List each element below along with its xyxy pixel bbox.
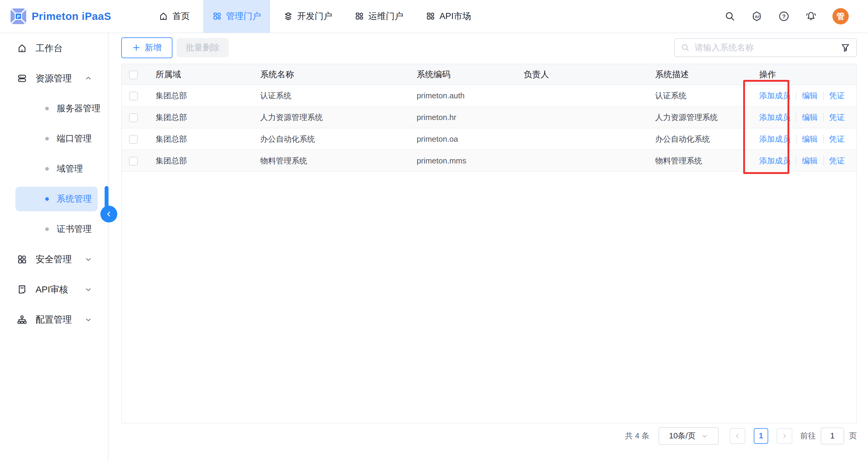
sidebar-item-server-mgmt[interactable]: 服务器管理 — [0, 93, 108, 124]
add-member-link[interactable]: 添加成员 — [759, 112, 790, 123]
credential-link[interactable]: 凭证 — [829, 112, 845, 123]
search-input[interactable]: 请输入系统名称 — [674, 38, 857, 57]
row-checkbox[interactable] — [129, 113, 138, 122]
batch-delete-button[interactable]: 批量删除 — [177, 38, 228, 57]
bullet-dot-icon — [45, 197, 49, 201]
sidebar-item-label: 安全管理 — [36, 253, 72, 266]
next-page-button[interactable] — [777, 428, 792, 444]
cell-owner — [517, 106, 648, 128]
cell-domain: 集团总部 — [148, 150, 253, 172]
credential-link[interactable]: 凭证 — [829, 156, 845, 166]
nav-api-market-label: API市场 — [440, 10, 471, 22]
divider — [796, 134, 797, 144]
sidebar-item-api-review[interactable]: API审核 — [0, 274, 108, 305]
cell-description: 认证系统 — [648, 85, 752, 106]
cell-description: 办公自动化系统 — [648, 128, 752, 150]
top-nav: 首页 管理门户 开发门户 运维门户 API市场 — [148, 0, 483, 33]
brand-logo-icon: P — [10, 8, 27, 25]
column-header-actions: 操作 — [752, 64, 856, 85]
server-icon — [17, 73, 27, 84]
page-size-value: 10条/页 — [669, 431, 695, 441]
home-icon — [159, 11, 168, 21]
chevron-down-icon — [85, 285, 92, 294]
cell-owner — [517, 128, 648, 150]
ai-assistant-icon[interactable]: AI — [751, 10, 763, 22]
sidebar-item-system-mgmt[interactable]: 系统管理 — [16, 187, 98, 211]
row-actions: 添加成员 编辑 凭证 — [759, 156, 856, 166]
nav-admin-portal[interactable]: 管理门户 — [203, 0, 270, 33]
pagination: 共 4 条 10条/页 1 前往 1 页 — [121, 423, 857, 448]
select-all-checkbox[interactable] — [129, 70, 138, 79]
table-row: 集团总部 人力资源管理系统 primeton.hr 人力资源管理系统 添加成员 … — [122, 106, 856, 128]
divider — [823, 156, 824, 165]
main-content: 新增 批量删除 请输入系统名称 所属域 系统名称 — [108, 33, 868, 461]
bullet-dot-icon — [45, 167, 49, 171]
column-header-owner: 负责人 — [517, 64, 648, 85]
sidebar-item-config-mgmt[interactable]: 配置管理 — [0, 305, 108, 335]
sidebar-item-workbench[interactable]: 工作台 — [0, 33, 108, 63]
header-actions: AI ? 管 — [724, 8, 868, 24]
divider — [823, 113, 824, 122]
nav-dev-portal-label: 开发门户 — [297, 10, 332, 22]
sidebar-item-label: 端口管理 — [57, 133, 92, 145]
help-icon[interactable]: ? — [778, 10, 789, 22]
sidebar-item-label: 服务器管理 — [57, 102, 100, 115]
row-actions: 添加成员 编辑 凭证 — [759, 90, 856, 101]
cell-system-name: 物料管理系统 — [253, 150, 409, 172]
page-size-select[interactable]: 10条/页 — [658, 427, 719, 445]
goto-label: 前往 — [800, 431, 816, 441]
search-icon — [681, 43, 690, 52]
edit-link[interactable]: 编辑 — [802, 90, 818, 101]
edit-link[interactable]: 编辑 — [802, 134, 818, 145]
chevron-up-icon — [85, 74, 92, 82]
goto-page-input[interactable]: 1 — [821, 428, 844, 444]
toolbar: 新增 批量删除 请输入系统名称 — [121, 37, 857, 58]
sidebar-item-label: 证书管理 — [57, 223, 92, 235]
cell-domain: 集团总部 — [148, 128, 253, 150]
page-number-button[interactable]: 1 — [754, 428, 768, 444]
sidebar-item-resource-mgmt[interactable]: 资源管理 — [0, 63, 108, 93]
sidebar-item-port-mgmt[interactable]: 端口管理 — [0, 124, 108, 154]
user-avatar[interactable]: 管 — [832, 8, 849, 24]
add-member-link[interactable]: 添加成员 — [759, 156, 790, 166]
nav-home-label: 首页 — [173, 10, 190, 22]
cell-system-code: primeton.oa — [409, 128, 517, 150]
row-checkbox[interactable] — [129, 92, 138, 100]
top-header-bar: P Primeton iPaaS 首页 管理门户 开发门户 — [0, 0, 868, 33]
column-header-system-code: 系统编码 — [409, 64, 517, 85]
cell-system-name: 认证系统 — [253, 85, 409, 106]
sidebar: 工作台 资源管理 服务器管理 端口管理 域管理 系统管理 证书管理 安全管理 — [0, 33, 108, 461]
search-icon[interactable] — [724, 11, 735, 22]
credential-link[interactable]: 凭证 — [829, 134, 845, 145]
sidebar-item-security-mgmt[interactable]: 安全管理 — [0, 244, 108, 274]
sidebar-item-domain-mgmt[interactable]: 域管理 — [0, 154, 108, 184]
batch-delete-label: 批量删除 — [186, 42, 219, 53]
grid-icon — [426, 11, 435, 21]
add-member-link[interactable]: 添加成员 — [759, 90, 790, 101]
sidebar-item-label: 资源管理 — [36, 72, 72, 85]
nav-ops-portal[interactable]: 运维门户 — [345, 0, 412, 33]
add-member-link[interactable]: 添加成员 — [759, 134, 790, 145]
row-actions: 添加成员 编辑 凭证 — [759, 112, 856, 123]
cell-system-code: primeton.hr — [409, 106, 517, 128]
sidebar-collapse-button[interactable] — [100, 206, 117, 222]
edit-link[interactable]: 编辑 — [802, 112, 818, 123]
sidebar-item-label: API审核 — [36, 283, 68, 296]
cell-owner — [517, 150, 648, 172]
row-checkbox[interactable] — [129, 157, 138, 165]
nav-api-market[interactable]: API市场 — [417, 0, 480, 33]
sidebar-item-label: 域管理 — [57, 163, 83, 175]
nav-dev-portal[interactable]: 开发门户 — [274, 0, 341, 33]
edit-link[interactable]: 编辑 — [802, 156, 818, 166]
prev-page-button[interactable] — [730, 428, 745, 444]
nav-home[interactable]: 首页 — [150, 0, 199, 33]
notification-bell-icon[interactable] — [805, 10, 817, 22]
column-header-domain: 所属域 — [148, 64, 253, 85]
svg-text:P: P — [17, 14, 20, 19]
add-button[interactable]: 新增 — [121, 37, 173, 58]
credential-link[interactable]: 凭证 — [829, 90, 845, 101]
row-checkbox[interactable] — [129, 135, 138, 144]
stack-icon — [283, 11, 293, 21]
filter-funnel-icon[interactable] — [841, 43, 850, 53]
sidebar-item-cert-mgmt[interactable]: 证书管理 — [0, 214, 108, 244]
